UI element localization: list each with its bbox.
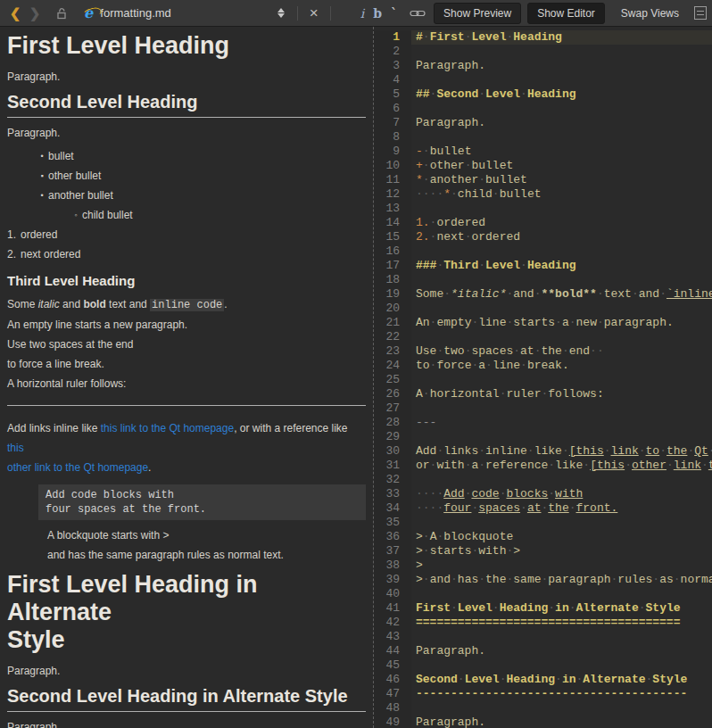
split-view: First Level Heading Paragraph. Second Le…: [0, 27, 712, 728]
editor-line[interactable]: 39>·and·has·the·same·paragraph·rules·as·…: [374, 573, 712, 587]
editor-line[interactable]: 24to·force·a·line·break.: [374, 359, 712, 373]
line-number: 21: [374, 316, 411, 330]
editor-line[interactable]: 3Paragraph.: [374, 59, 712, 73]
editor-line[interactable]: 35: [374, 516, 712, 530]
editor-line[interactable]: 36>·A·blockquote: [374, 530, 712, 544]
unlock-icon: [55, 7, 68, 20]
line-number: 18: [374, 273, 411, 287]
format-bold-button[interactable]: b: [373, 6, 382, 21]
editor-line[interactable]: 46Second·Level·Heading·in·Alternate·Styl…: [374, 673, 712, 687]
editor-line[interactable]: 47--------------------------------------…: [374, 687, 712, 701]
line-number: 29: [374, 430, 411, 444]
editor-line[interactable]: 22: [374, 330, 712, 344]
close-document-button[interactable]: ×: [304, 3, 324, 24]
clipped-toolbar-button[interactable]: [694, 6, 707, 20]
link-icon: [410, 9, 426, 18]
editor-line[interactable]: 6: [374, 102, 712, 116]
editor-line[interactable]: 9-·bullet: [374, 145, 712, 159]
qt-creator-markdown-window: ❮ ❯ e formatting.md × i b ` Show Preview…: [0, 0, 712, 728]
markdown-source-editor[interactable]: 1#·First·Level·Heading23Paragraph.45##·S…: [374, 27, 712, 728]
editor-line[interactable]: 21An·empty·line·starts·a·new·paragraph.: [374, 316, 712, 330]
format-italic-button[interactable]: i: [360, 6, 364, 21]
editor-line[interactable]: 44Paragraph.: [374, 644, 712, 658]
editor-line[interactable]: 48: [374, 701, 712, 716]
editor-line[interactable]: 40: [374, 587, 712, 601]
line-number: 23: [374, 344, 411, 359]
editor-line[interactable]: 33····Add·code·blocks·with: [374, 487, 712, 501]
line-number: 11: [374, 173, 411, 187]
editor-line[interactable]: 28---: [374, 416, 712, 430]
inline-code: inline code: [150, 299, 224, 311]
bullet-item: ◦child bullet: [7, 205, 366, 225]
editor-line[interactable]: 26A·horizontal·ruler·follows:: [374, 387, 712, 401]
line-number: 31: [374, 459, 411, 473]
preview-h2: Second Level Heading: [7, 91, 366, 118]
editor-line[interactable]: 16: [374, 244, 712, 259]
editor-line[interactable]: 12····*·child·bullet: [374, 187, 712, 202]
line-number: 16: [374, 244, 411, 259]
back-button[interactable]: ❮: [5, 3, 25, 24]
qt-homepage-link[interactable]: other link to the Qt homepage: [7, 461, 148, 474]
ordered-item: 1.ordered: [7, 225, 366, 244]
line-number: 9: [374, 145, 411, 159]
editor-line[interactable]: 49Paragraph.: [374, 716, 712, 728]
editor-line[interactable]: 23Use·two·spaces·at·the·end··: [374, 344, 712, 359]
editor-line[interactable]: 19Some·*italic*·and·**bold**·text·and·`i…: [374, 287, 712, 302]
editor-line[interactable]: 18: [374, 273, 712, 287]
insert-link-button[interactable]: [408, 3, 427, 24]
editor-line[interactable]: 25: [374, 373, 712, 387]
editor-line[interactable]: 4: [374, 73, 712, 87]
editor-line[interactable]: 2: [374, 45, 712, 59]
editor-line[interactable]: 11*·another·bullet: [374, 173, 712, 187]
editor-line[interactable]: 17###·Third·Level·Heading: [374, 259, 712, 273]
preview-paragraph: to force a line break.: [7, 358, 366, 371]
editor-line[interactable]: 34····four·spaces·at·the·front.: [374, 501, 712, 516]
editor-line[interactable]: 41First·Level·Heading·in·Alternate·Style: [374, 601, 712, 616]
line-number: 42: [374, 616, 411, 630]
editor-line[interactable]: 5##·Second·Level·Heading: [374, 87, 712, 102]
forward-button[interactable]: ❯: [25, 3, 45, 24]
swap-views-button[interactable]: Swap Views: [611, 3, 689, 24]
editor-line[interactable]: 141.·ordered: [374, 216, 712, 230]
editor-line[interactable]: 38>: [374, 558, 712, 573]
line-number: 37: [374, 544, 411, 558]
editor-line[interactable]: 10+·other·bullet: [374, 159, 712, 173]
preview-paragraph: Use two spaces at the end: [7, 338, 366, 352]
line-number: 41: [374, 601, 411, 616]
editor-toolbar: ❮ ❯ e formatting.md × i b ` Show Preview…: [0, 0, 712, 27]
editor-line[interactable]: 1#·First·Level·Heading: [374, 30, 712, 45]
show-editor-button[interactable]: Show Editor: [527, 3, 605, 24]
editor-line[interactable]: 43: [374, 630, 712, 644]
editor-line[interactable]: 20: [374, 302, 712, 316]
preview-h2-alternate: Second Level Heading in Alternate Style: [7, 685, 366, 712]
line-number: 46: [374, 673, 411, 687]
line-number: 30: [374, 444, 411, 459]
editor-line[interactable]: 37>·starts·with·>: [374, 544, 712, 558]
preview-h3: Third Level Heading: [7, 273, 366, 289]
line-number: 47: [374, 687, 411, 701]
line-number: 12: [374, 187, 411, 202]
format-code-button[interactable]: `: [391, 6, 397, 21]
editor-line[interactable]: 7Paragraph.: [374, 116, 712, 130]
editor-line[interactable]: 30Add·links·inline·like·[this·link·to·th…: [374, 444, 712, 459]
show-preview-button[interactable]: Show Preview: [434, 3, 521, 24]
editor-line[interactable]: 8: [374, 130, 712, 145]
editor-line[interactable]: 42======================================: [374, 616, 712, 630]
bullet-item: ▪other bullet: [7, 166, 366, 186]
editor-line[interactable]: 29: [374, 430, 712, 444]
document-dropdown-button[interactable]: [271, 3, 291, 24]
qt-homepage-link[interactable]: this link to the Qt homepage: [101, 422, 234, 434]
lock-button[interactable]: [52, 3, 71, 24]
editor-line[interactable]: 13: [374, 202, 712, 216]
editor-line[interactable]: 27: [374, 401, 712, 416]
qt-homepage-link[interactable]: this: [7, 442, 24, 454]
line-number: 2: [374, 45, 411, 59]
line-number: 44: [374, 644, 411, 658]
line-number: 26: [374, 387, 411, 401]
line-number: 33: [374, 487, 411, 501]
editor-line[interactable]: 31or·with·a·reference·like·[this·other·l…: [374, 459, 712, 473]
editor-line[interactable]: 152.·next·ordered: [374, 230, 712, 244]
code-block: Add code blocks with four spaces at the …: [38, 484, 366, 520]
editor-line[interactable]: 32: [374, 473, 712, 487]
editor-line[interactable]: 45: [374, 658, 712, 673]
